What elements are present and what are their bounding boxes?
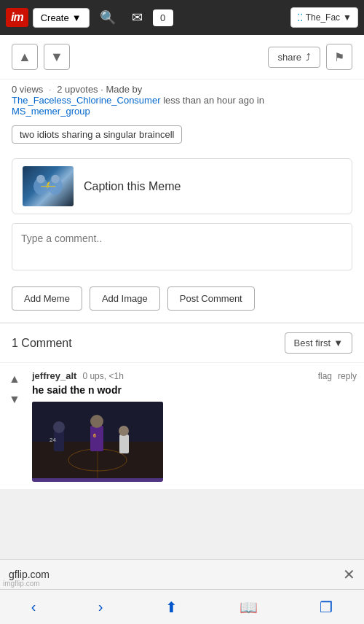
url-close-button[interactable]: ✕ <box>343 566 355 583</box>
views-count: 0 views <box>12 84 43 95</box>
sort-button[interactable]: Best first ▼ <box>285 332 352 354</box>
add-image-button[interactable]: Add Image <box>90 286 160 311</box>
comment-image: 6 24 <box>32 402 163 482</box>
comment-item: ▲ ▼ jeffrey_alt 0 ups, <1h flag reply he… <box>0 362 364 489</box>
mail-icon: ✉ <box>132 10 143 25</box>
imgflip-watermark: imgflip.com <box>3 580 40 588</box>
comment-score: 0 ups, <1h <box>82 371 123 381</box>
comment-author: jeffrey_alt <box>32 370 76 381</box>
share-button[interactable]: share ⤴ <box>268 47 320 68</box>
top-navigation: im Create ▼ 🔍 ✉ 0 ⁚⁚ The_Fac ▼ <box>0 0 364 35</box>
notification-count: 0 <box>153 9 173 26</box>
svg-text:24: 24 <box>50 437 56 443</box>
user-icon: ⁚⁚ <box>297 12 303 23</box>
dot-separator: · <box>49 84 52 95</box>
bookmark-button[interactable]: 📖 <box>234 593 264 622</box>
comment-flag-button[interactable]: flag <box>318 371 332 381</box>
sort-icon: ▼ <box>333 338 343 348</box>
meme-card-label: Caption this Meme <box>84 180 181 193</box>
svg-point-3 <box>51 174 60 183</box>
logo: im <box>6 8 28 27</box>
svg-point-11 <box>53 421 65 433</box>
svg-point-2 <box>36 174 45 183</box>
svg-text:6: 6 <box>93 433 96 438</box>
add-meme-button[interactable]: Add Meme <box>12 286 82 311</box>
post-tag: two idiots sharing a singular braincell <box>12 125 182 144</box>
search-button[interactable]: 🔍 <box>94 7 122 28</box>
comment-body: jeffrey_alt 0 ups, <1h flag reply he sai… <box>29 363 364 489</box>
user-menu[interactable]: ⁚⁚ The_Fac ▼ <box>290 7 358 28</box>
username: The_Fac <box>306 12 340 23</box>
url-bar: gflip.com ✕ <box>0 559 364 589</box>
create-label: Create <box>41 12 69 23</box>
upvote-button[interactable]: ▲ <box>12 44 38 70</box>
upvotes-count: 2 upvotes <box>57 84 98 95</box>
comment-upvote-button[interactable]: ▲ <box>6 370 23 388</box>
post-comment-button[interactable]: Post Comment <box>167 286 255 311</box>
url-text: gflip.com <box>9 569 337 580</box>
mail-button[interactable]: ✉ <box>126 7 149 28</box>
share-icon: ⤴ <box>306 52 311 63</box>
comment-meta-row: jeffrey_alt 0 ups, <1h flag reply <box>32 370 357 381</box>
brain-svg <box>30 172 66 201</box>
comment-text: he said the n wodr <box>32 384 357 396</box>
time-label: less than an hour ago in <box>163 95 264 106</box>
tabs-button[interactable]: ❐ <box>314 593 339 622</box>
forward-button[interactable]: › <box>92 593 109 621</box>
comment-image-inner: 6 24 <box>32 402 163 482</box>
back-button[interactable]: ‹ <box>25 593 42 621</box>
comment-basketball-svg: 6 24 <box>32 402 163 478</box>
post-meta: 0 views · 2 upvotes · Made by The_Facele… <box>0 79 364 120</box>
bottom-navigation: ‹ › ⬆ 📖 ❐ <box>0 589 364 624</box>
svg-point-16 <box>119 426 129 436</box>
comment-form <box>12 223 352 270</box>
sort-label: Best first <box>294 338 331 348</box>
comment-downvote-button[interactable]: ▼ <box>6 391 23 408</box>
comments-count: 1 Comment <box>12 337 72 350</box>
downvote-button[interactable]: ▼ <box>44 44 70 70</box>
meme-thumbnail <box>23 166 74 206</box>
comments-header: 1 Comment Best first ▼ <box>0 322 364 362</box>
share-label: share <box>277 52 301 63</box>
svg-rect-12 <box>90 426 103 451</box>
comment-reply-button[interactable]: reply <box>338 371 357 381</box>
search-icon: 🔍 <box>100 10 116 25</box>
comment-textarea[interactable] <box>12 224 352 268</box>
post-actions-bar: ▲ ▼ share ⤴ ⚑ <box>0 35 364 79</box>
group-link[interactable]: MS_memer_group <box>12 106 90 117</box>
svg-rect-15 <box>119 434 129 453</box>
main-content: ▲ ▼ share ⤴ ⚑ 0 views · 2 upvotes · Made… <box>0 35 364 489</box>
flag-button[interactable]: ⚑ <box>326 44 352 70</box>
svg-point-13 <box>90 415 103 428</box>
user-dropdown-icon: ▼ <box>343 12 352 23</box>
meme-card[interactable]: Caption this Meme <box>12 158 352 214</box>
author-link[interactable]: The_Faceless_Chlorine_Consumer <box>12 95 161 106</box>
comment-buttons: Add Meme Add Image Post Comment <box>0 279 364 322</box>
share-nav-button[interactable]: ⬆ <box>159 593 183 622</box>
comment-actions-right: flag reply <box>318 371 357 381</box>
create-button[interactable]: Create ▼ <box>33 8 90 28</box>
create-dropdown-icon: ▼ <box>72 12 82 23</box>
made-by-label: · Made by <box>100 84 142 95</box>
meme-thumbnail-image <box>23 166 74 206</box>
comment-vote-column: ▲ ▼ <box>0 363 29 416</box>
